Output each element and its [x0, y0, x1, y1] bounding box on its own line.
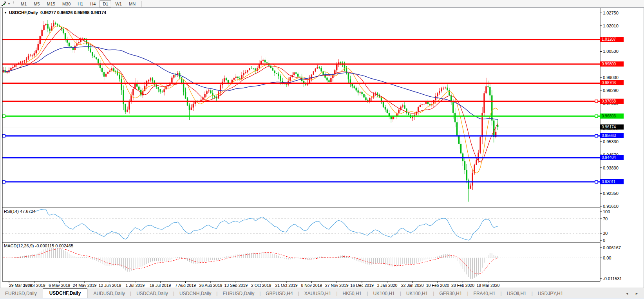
- timeframe-button-m15[interactable]: M15: [43, 0, 58, 7]
- chart-symbol-period: USDCHF,Daily: [9, 10, 38, 15]
- timeframe-button-mn[interactable]: MN: [126, 0, 139, 7]
- price-axis-tick: 1.02750: [603, 11, 619, 15]
- chart-tab-usdjpy-h1[interactable]: USDJPY,H1: [533, 289, 568, 299]
- date-axis-label: 21 Oct 2019: [275, 283, 297, 287]
- timeframe-button-m5[interactable]: M5: [31, 0, 43, 7]
- rsi-axis-tick: 100: [603, 209, 610, 214]
- timeframe-button-m1[interactable]: M1: [18, 0, 30, 7]
- chart-ohlc-values: 0.96277 0.96626 0.95998 0.96174: [40, 10, 106, 15]
- level-price-label: 0.94404: [600, 155, 624, 160]
- level-price-label: 1.01207: [600, 37, 624, 42]
- chart-tab-bar: EURUSD,DailyUSDCHF,DailyAUDUSD,Daily|USD…: [0, 288, 644, 299]
- timeframe-button-h4[interactable]: H4: [87, 0, 99, 7]
- timeframe-button-h1[interactable]: H1: [74, 0, 86, 7]
- date-axis-label: 7 Aug 2019: [175, 283, 196, 287]
- level-handle: [2, 135, 5, 137]
- date-axis-label: 13 Sep 2019: [224, 283, 248, 287]
- chart-tab-eurusd-daily[interactable]: EURUSD,Daily: [0, 289, 42, 299]
- rsi-indicator-label: RSI(14) 47.6724: [4, 209, 36, 214]
- price-axis-tick: 0.93830: [603, 166, 619, 170]
- level-price-label: 0.95663: [600, 133, 624, 138]
- price-axis-tick: 0.99030: [603, 75, 619, 80]
- date-axis-label: 8 Nov 2019: [301, 283, 322, 287]
- timeframe-button-m30[interactable]: M30: [59, 0, 74, 7]
- macd-axis-tick: 0.006167: [603, 245, 621, 250]
- timeframe-button-d1[interactable]: D1: [99, 0, 111, 7]
- chart-tab-ger30-h1[interactable]: GER30,H1: [434, 289, 467, 299]
- timeframe-toolbar: ▼ M1M5M15M30H1H4D1W1MN: [0, 0, 644, 8]
- level-handle: [595, 180, 598, 183]
- mt4-window: ▼ M1M5M15M30H1H4D1W1MN 0.0061670.00-0.01…: [0, 0, 644, 299]
- level-price-label: 0.98703: [600, 80, 624, 85]
- price-axis-tick: 0.92350: [603, 191, 619, 196]
- chart-tab-xauusd-h1[interactable]: XAUUSD,H1: [299, 289, 336, 299]
- chart-window[interactable]: 0.0061670.00-0.0115311.027501.020101.005…: [0, 7, 644, 288]
- chart-tab-hk50-h1[interactable]: HK50,H1: [338, 289, 367, 299]
- timeframe-buttons: M1M5M15M30H1H4D1W1MN: [17, 2, 139, 6]
- macd-axis-tick: -0.011531: [603, 276, 622, 281]
- rsi-axis-tick: 70: [603, 216, 608, 221]
- price-axis-tick: 0.95330: [603, 139, 619, 144]
- chart-tab-usdchf-daily[interactable]: USDCHF,Daily: [43, 288, 88, 299]
- date-axis-label: 27 Nov 2019: [325, 283, 349, 287]
- chart-tab-audusd-daily[interactable]: AUDUSD,Daily: [88, 289, 130, 299]
- toolbar-drag-grip[interactable]: [13, 1, 15, 6]
- toolbar-separator: [141, 1, 142, 7]
- chart-tab-usoil-h1[interactable]: USOil,H1: [502, 289, 532, 299]
- date-axis-label: 28 Feb 2020: [451, 283, 474, 287]
- macd-indicator-label: MACD(12,26,9) -0.000115 0.002465: [4, 243, 73, 248]
- level-handle: [2, 115, 5, 117]
- chart-tab-usdcnh-daily[interactable]: USDCNH,Daily: [174, 289, 216, 299]
- level-handle: [595, 100, 598, 103]
- chart-title: ▼USDCHF,Daily 0.96277 0.96626 0.95998 0.…: [4, 10, 106, 15]
- date-axis-label: 16 Dec 2019: [350, 283, 374, 287]
- chart-tab-usdcad-daily[interactable]: USDCAD,Daily: [131, 289, 173, 299]
- macd-axis-tick: 0.00: [603, 256, 611, 260]
- tool-dropdown-caret-icon[interactable]: ▼: [7, 2, 11, 5]
- date-axis-label: 12 Jun 2019: [99, 283, 121, 287]
- date-axis-label: 26 Aug 2019: [199, 283, 222, 287]
- level-price-label: 0.97658: [600, 99, 624, 104]
- date-axis-label: 2 Oct 2019: [251, 283, 271, 287]
- rsi-axis-tick: 0: [603, 238, 605, 243]
- date-axis-label: 18 Mar 2020: [476, 283, 499, 287]
- date-axis-label: 22 Jan 2020: [401, 283, 424, 287]
- price-chart-canvas[interactable]: 0.0061670.00-0.0115311.027501.020101.005…: [0, 8, 643, 287]
- chart-tab-gbpusd-h4[interactable]: GBPUSD,H4: [260, 289, 298, 299]
- rsi-axis-tick: 30: [603, 231, 608, 236]
- price-axis-tick: 1.00530: [603, 49, 619, 54]
- timeframe-button-w1[interactable]: W1: [112, 0, 125, 7]
- level-price-label: 0.99800: [600, 61, 624, 67]
- date-axis-label: 6 May 2019: [49, 283, 70, 287]
- price-axis-tick: 1.02010: [603, 23, 619, 28]
- level-handle: [2, 180, 5, 183]
- tabs-scroll-left-icon[interactable]: ◄: [625, 292, 629, 295]
- chart-tab-uk100-h1[interactable]: UK100,H1: [368, 289, 400, 299]
- chart-tab-eurusd-daily[interactable]: EURUSD,Daily: [217, 289, 259, 299]
- tabs-scroll-right-icon[interactable]: ►: [635, 292, 639, 295]
- date-axis-label: 24 May 2019: [73, 283, 97, 287]
- date-axis-label: 10 Feb 2020: [426, 283, 449, 287]
- date-axis-label: 19 Jul 2019: [150, 283, 171, 287]
- level-handle: [595, 135, 598, 137]
- price-axis-tick: 0.98290: [603, 88, 619, 93]
- level-handle: [595, 115, 598, 117]
- date-axis-label: 17 Apr 2019: [23, 283, 45, 287]
- crosshair-tool-icon[interactable]: [1, 1, 7, 7]
- current-price-label: 0.96174: [600, 124, 624, 130]
- date-axis-label: 3 Jan 2020: [377, 283, 397, 287]
- chart-tab-uk100-h1[interactable]: UK100,H1: [401, 289, 433, 299]
- collapse-pane-icon[interactable]: ▼: [4, 11, 7, 14]
- level-price-label: 0.93011: [600, 179, 624, 184]
- level-price-label: 0.96803: [600, 113, 624, 119]
- date-axis-label: 1 Jul 2019: [126, 283, 145, 287]
- price-axis-tick: 0.91610: [603, 204, 619, 209]
- chart-tab-fra40-h1[interactable]: FRA40,H1: [469, 289, 501, 299]
